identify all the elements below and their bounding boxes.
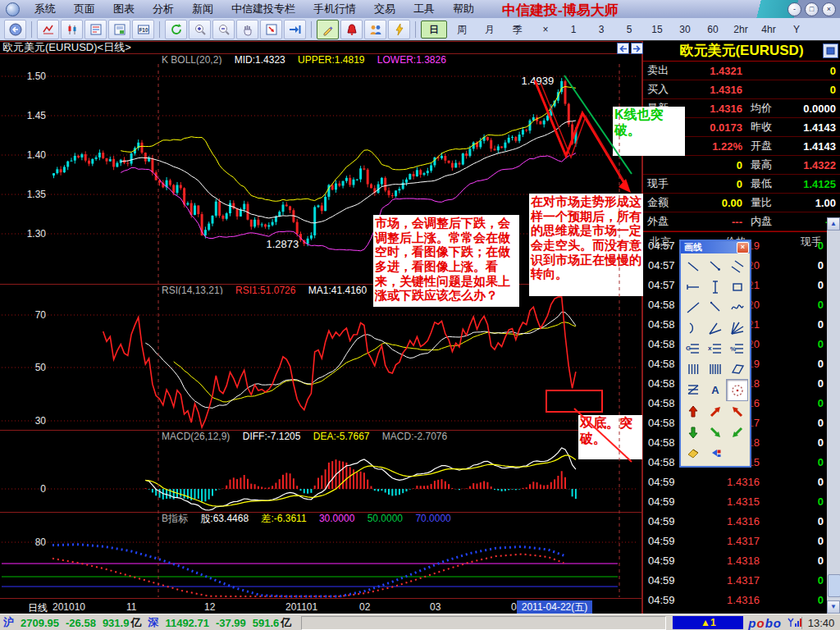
toolbar-community-button[interactable]: [364, 20, 386, 39]
tool-arrow-se-green[interactable]: [705, 422, 727, 442]
toolbar-line-chart-button[interactable]: [37, 20, 59, 39]
tool-wave-line[interactable]: [726, 297, 748, 317]
tool-arrow-down-green[interactable]: [682, 422, 705, 442]
scroll-thumb[interactable]: [828, 574, 840, 597]
period-季-button[interactable]: 季: [504, 21, 531, 39]
menu-4[interactable]: 分析: [144, 0, 183, 18]
quote-cell: 现手: [647, 176, 690, 191]
tool-gann-fan[interactable]: [726, 317, 748, 338]
period-月-button[interactable]: 月: [477, 21, 503, 39]
tool-vertical-grid[interactable]: [682, 358, 705, 379]
tool-arrow-up-red[interactable]: [682, 401, 705, 422]
tool-ray-down[interactable]: [705, 297, 727, 317]
quote-cell: ---: [690, 216, 742, 228]
tape-row: 04:591.43170: [643, 532, 827, 551]
period-3-button[interactable]: 3: [588, 21, 614, 39]
quote-cell: 0: [788, 84, 836, 96]
period-5-button[interactable]: 5: [616, 21, 642, 39]
tool-arc[interactable]: [682, 317, 705, 338]
tool-ray-line[interactable]: [705, 256, 727, 276]
menu-3[interactable]: 图表: [104, 0, 144, 18]
menu-2[interactable]: 页面: [65, 0, 104, 18]
alert-indicator[interactable]: ▲1: [673, 616, 743, 629]
tape-cell: 1.4316: [692, 512, 794, 532]
tool-color-swap[interactable]: [705, 442, 727, 463]
menu-10[interactable]: 帮助: [444, 0, 483, 18]
toolbar-drag-hand-button[interactable]: [236, 20, 258, 39]
quote-cell: 1.4143: [788, 121, 836, 134]
period-4hr-button[interactable]: 4hr: [756, 21, 782, 39]
tool-cycle-lines[interactable]: [705, 358, 727, 379]
menu-8[interactable]: 交易: [365, 0, 404, 18]
quote-settings-button[interactable]: [823, 43, 838, 58]
period-Y-button[interactable]: Y: [783, 21, 810, 39]
close-button[interactable]: ×: [822, 2, 836, 16]
tool-golden-section[interactable]: G: [682, 338, 705, 358]
toolbar-zoom-in-button[interactable]: [189, 20, 211, 39]
toolbar-zoom-out-button[interactable]: [212, 20, 235, 39]
tool-fib-lines[interactable]: %: [726, 338, 748, 358]
toolbar-news-panel-button[interactable]: [108, 20, 130, 39]
period-30-button[interactable]: 30: [672, 21, 698, 39]
toolbar-f10-button[interactable]: F10: [132, 20, 154, 39]
tool-arrow-ne-red[interactable]: [705, 401, 727, 422]
vertical-line-icon: [708, 280, 723, 294]
menu-7[interactable]: 手机行情: [304, 0, 365, 18]
period-15-button[interactable]: 15: [644, 21, 670, 39]
period-×-button[interactable]: ×: [532, 21, 559, 39]
tool-channel[interactable]: [726, 358, 748, 379]
period-日-button[interactable]: 日: [421, 21, 447, 39]
tool-segment-up[interactable]: [682, 297, 705, 317]
tape-cell: 04:59: [648, 551, 692, 571]
tape-cell: 0: [794, 394, 827, 413]
tool-cycle-circle[interactable]: [726, 379, 748, 401]
toolbar-quote-board-button[interactable]: [84, 20, 107, 39]
toolbar-page-last-button[interactable]: [284, 20, 306, 39]
scroll-left-button[interactable]: [617, 43, 629, 54]
arrow-down-green-icon: [686, 425, 701, 440]
period-60-button[interactable]: 60: [700, 21, 726, 39]
period-周-button[interactable]: 周: [449, 21, 475, 39]
toolbar-refresh-button[interactable]: [165, 20, 187, 39]
tape-scrollbar[interactable]: ▲ ▼: [827, 217, 840, 614]
toolbar-page-next-button[interactable]: [260, 20, 282, 39]
toolbar-alarm-button[interactable]: [340, 20, 363, 39]
scroll-down-button[interactable]: ▼: [827, 600, 840, 614]
toolbar-candle-chart-button[interactable]: [61, 20, 83, 39]
period-2hr-button[interactable]: 2hr: [728, 21, 754, 39]
quote-row: 外盘---内盘---: [643, 212, 840, 231]
menu-5[interactable]: 新闻: [183, 0, 222, 18]
tool-angle-fan[interactable]: [705, 317, 727, 338]
tool-eraser[interactable]: [682, 442, 705, 463]
tool-slant-grid[interactable]: [682, 379, 705, 399]
alarm-icon: [345, 23, 358, 36]
status-bar: 沪 2709.95 -26.58 931.9 亿 深 11492.71 -37.…: [0, 614, 840, 630]
restore-button[interactable]: □: [805, 2, 819, 16]
tool-text-tool[interactable]: A: [705, 379, 727, 399]
tool-horizontal-line[interactable]: [682, 276, 705, 297]
tool-arrow-sw-green[interactable]: [726, 422, 748, 442]
tape-cell: 0: [794, 551, 827, 571]
tool-percent-lines[interactable]: x: [705, 338, 727, 358]
toolbar-draw-tool-button[interactable]: [317, 20, 339, 39]
tool-vertical-line[interactable]: [705, 276, 727, 297]
tool-trend-line[interactable]: [682, 256, 705, 276]
golden-section-icon: G: [686, 341, 701, 356]
palette-title-bar[interactable]: 画线 ×: [681, 241, 750, 253]
menu-6[interactable]: 中信建投专栏: [222, 0, 304, 18]
tool-parallel-lines[interactable]: [726, 256, 748, 276]
menu-1[interactable]: 系统: [25, 0, 65, 18]
toolbar-back-button[interactable]: [4, 20, 26, 39]
minimize-button[interactable]: -: [788, 2, 801, 16]
tool-rectangle[interactable]: [726, 276, 748, 297]
menu-9[interactable]: 工具: [404, 0, 444, 18]
toolbar-hot-key-button[interactable]: [388, 20, 410, 39]
scroll-up-button[interactable]: ▲: [827, 217, 840, 231]
cursor-date-box: 2011-04-22(五): [517, 600, 592, 614]
palette-close-icon[interactable]: ×: [737, 242, 749, 253]
x-axis-tick: 201010: [52, 601, 85, 613]
y-axis-label: 1.45: [2, 111, 46, 121]
tool-arrow-nw-red[interactable]: [726, 401, 748, 422]
period-1-button[interactable]: 1: [560, 21, 587, 39]
scroll-right-button[interactable]: [631, 43, 643, 54]
